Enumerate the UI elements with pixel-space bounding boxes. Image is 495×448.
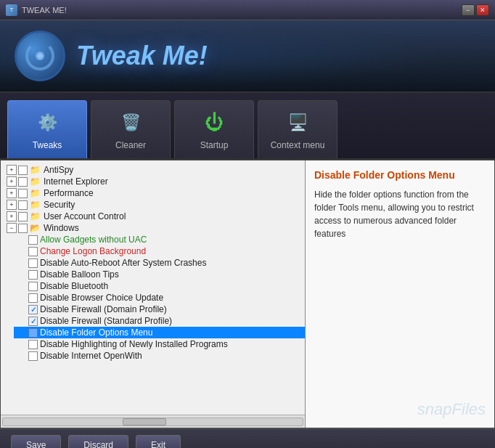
tree-item-disable-autoreboot[interactable]: Disable Auto-Reboot After System Crashes	[14, 257, 305, 269]
bottom-toolbar: Save Discard Exit	[0, 428, 495, 448]
tree-panel: + 📁 AntiSpy + 📁 Internet Explorer + 📁 Pe…	[1, 160, 306, 428]
label-disable-highlighting: Disable Highlighting of Newly Installed …	[40, 339, 228, 349]
checkbox-disable-folder-options[interactable]	[28, 328, 38, 338]
tree-item-disable-firewall-domain[interactable]: Disable Firewall (Domain Profile)	[14, 304, 305, 315]
checkbox-disable-balloon[interactable]	[28, 270, 38, 280]
logo-center	[36, 52, 44, 60]
tree-item-disable-highlighting[interactable]: Disable Highlighting of Newly Installed …	[14, 338, 305, 350]
label-allow-gadgets: Allow Gadgets without UAC	[40, 235, 147, 245]
watermark: snapFiles	[314, 400, 486, 419]
tab-context-menu[interactable]: 🖥️ Context menu	[258, 100, 338, 158]
discard-button[interactable]: Discard	[68, 435, 128, 448]
tree-scroll[interactable]: + 📁 AntiSpy + 📁 Internet Explorer + 📁 Pe…	[1, 160, 305, 415]
logo-ring	[25, 41, 54, 70]
tab-tweaks-label: Tweaks	[33, 140, 62, 150]
checkbox-allow-gadgets[interactable]	[28, 235, 38, 245]
tree-item-disable-browser-choice[interactable]: Disable Browser Choice Update	[14, 292, 305, 304]
nav-tabs: ⚙️ Tweaks 🗑️ Cleaner ⏻ Startup 🖥️ Contex…	[0, 93, 495, 160]
main-content: + 📁 AntiSpy + 📁 Internet Explorer + 📁 Pe…	[0, 160, 495, 428]
checkbox-disable-highlighting[interactable]	[28, 340, 38, 349]
label-change-logon: Change Logon Background	[40, 246, 146, 256]
folder-icon-antispy: 📁	[30, 165, 41, 175]
tree-item-disable-bluetooth[interactable]: Disable Bluetooth	[14, 280, 305, 292]
tab-tweaks[interactable]: ⚙️ Tweaks	[7, 100, 87, 158]
save-button[interactable]: Save	[11, 435, 61, 448]
tab-startup-label: Startup	[200, 140, 229, 150]
label-security: Security	[44, 200, 75, 210]
tree-item-disable-balloon[interactable]: Disable Balloon Tips	[14, 269, 305, 280]
checkbox-disable-browser-choice[interactable]	[28, 293, 38, 303]
tree-item-disable-firewall-standard[interactable]: Disable Firewall (Standard Profile)	[14, 315, 305, 327]
expand-windows[interactable]: −	[7, 223, 17, 233]
window-controls: − ✕	[462, 4, 489, 16]
app-icon: T	[6, 4, 17, 16]
title-bar: T TWEAK ME! − ✕	[0, 0, 495, 20]
folder-icon-windows: 📂	[30, 223, 41, 233]
folder-icon-performance: 📁	[30, 188, 41, 198]
checkbox-disable-firewall-domain[interactable]	[28, 305, 38, 314]
label-disable-autoreboot: Disable Auto-Reboot After System Crashes	[40, 258, 206, 268]
label-disable-browser-choice: Disable Browser Choice Update	[40, 293, 163, 303]
folder-icon-uac: 📁	[30, 211, 41, 221]
tree-item-allow-gadgets[interactable]: Allow Gadgets without UAC	[14, 234, 305, 245]
expand-uac[interactable]: +	[7, 211, 17, 221]
tree-item-ie[interactable]: + 📁 Internet Explorer	[4, 176, 305, 187]
checkbox-uac[interactable]	[18, 212, 28, 221]
app-title: Tweak Me!	[76, 41, 208, 71]
checkbox-disable-autoreboot[interactable]	[28, 258, 38, 268]
label-disable-firewall-standard: Disable Firewall (Standard Profile)	[40, 316, 172, 326]
checkbox-disable-bluetooth[interactable]	[28, 282, 38, 291]
tab-context-label: Context menu	[271, 140, 325, 150]
tree-item-windows[interactable]: − 📂 Windows	[4, 222, 305, 234]
expand-security[interactable]: +	[7, 200, 17, 210]
title-bar-left: T TWEAK ME!	[6, 4, 67, 16]
hscroll-track[interactable]	[2, 418, 303, 426]
tree-item-security[interactable]: + 📁 Security	[4, 199, 305, 211]
cleaner-icon: 🗑️	[118, 110, 144, 136]
label-disable-folder-options: Disable Folder Options Menu	[40, 327, 152, 338]
tree-item-change-logon[interactable]: Change Logon Background	[14, 245, 305, 257]
folder-icon-ie: 📁	[30, 176, 41, 187]
tree-item-disable-folder-options[interactable]: Disable Folder Options Menu	[14, 327, 305, 338]
checkbox-performance[interactable]	[18, 189, 28, 198]
context-icon: 🖥️	[285, 110, 311, 136]
tree-item-antispy[interactable]: + 📁 AntiSpy	[4, 164, 305, 176]
label-uac: User Account Control	[44, 211, 126, 221]
folder-icon-security: 📁	[30, 200, 41, 210]
checkbox-windows[interactable]	[18, 224, 28, 233]
label-windows: Windows	[44, 223, 79, 233]
expand-performance[interactable]: +	[7, 188, 17, 198]
minimize-button[interactable]: −	[462, 4, 475, 16]
checkbox-antispy[interactable]	[18, 166, 28, 175]
app-logo	[15, 30, 65, 81]
tab-startup[interactable]: ⏻ Startup	[174, 100, 254, 158]
tab-cleaner[interactable]: 🗑️ Cleaner	[91, 100, 171, 158]
label-disable-internet-openwith: Disable Internet OpenWith	[40, 351, 142, 361]
exit-button[interactable]: Exit	[136, 435, 181, 448]
label-ie: Internet Explorer	[44, 176, 108, 187]
label-performance: Performance	[44, 188, 94, 198]
tweaks-icon: ⚙️	[34, 110, 60, 136]
checkbox-disable-firewall-standard[interactable]	[28, 317, 38, 326]
tree-item-performance[interactable]: + 📁 Performance	[4, 187, 305, 199]
checkbox-security[interactable]	[18, 200, 28, 210]
panel-description: Hide the folder options function from th…	[314, 188, 486, 393]
label-disable-bluetooth: Disable Bluetooth	[40, 281, 108, 291]
app-name-text: Tweak Me!	[76, 41, 208, 70]
tree-item-uac[interactable]: + 📁 User Account Control	[4, 211, 305, 222]
checkbox-ie[interactable]	[18, 177, 28, 187]
label-disable-firewall-domain: Disable Firewall (Domain Profile)	[40, 304, 167, 314]
horizontal-scrollbar[interactable]	[1, 415, 305, 428]
close-button[interactable]: ✕	[476, 4, 489, 16]
panel-title: Disable Folder Options Menu	[314, 169, 486, 181]
checkbox-change-logon[interactable]	[28, 247, 38, 256]
title-bar-text: TWEAK ME!	[22, 6, 67, 15]
checkbox-disable-internet-openwith[interactable]	[28, 351, 38, 361]
expand-ie[interactable]: +	[7, 176, 17, 187]
tree-item-disable-internet-openwith[interactable]: Disable Internet OpenWith	[14, 350, 305, 362]
hscroll-thumb[interactable]	[123, 418, 166, 425]
right-panel: Disable Folder Options Menu Hide the fol…	[306, 160, 494, 428]
expand-antispy[interactable]: +	[7, 165, 17, 175]
label-antispy: AntiSpy	[44, 165, 73, 175]
app-header: Tweak Me!	[0, 20, 495, 93]
